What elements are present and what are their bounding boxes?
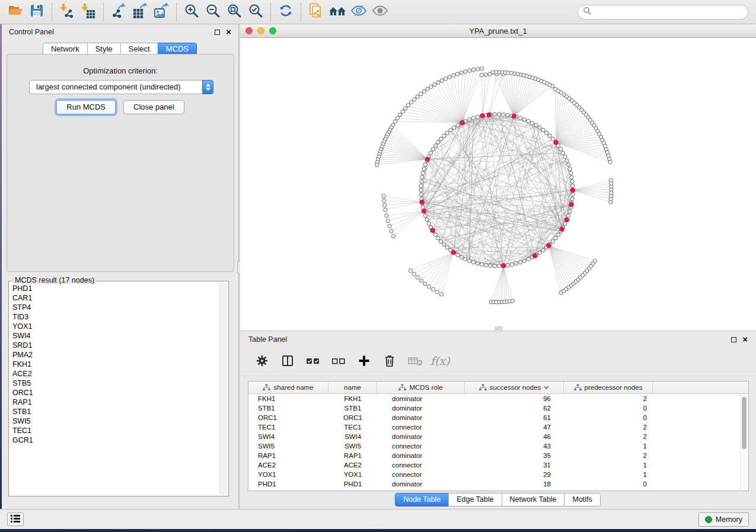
mcds-result-item[interactable]: ACE2	[12, 369, 218, 379]
close-panel-button-mcds[interactable]: Close panel	[123, 100, 184, 114]
search-input[interactable]	[594, 6, 748, 18]
select-all-button[interactable]	[305, 354, 321, 370]
window-close-button[interactable]	[245, 27, 253, 34]
mcds-result-item[interactable]: SWI4	[12, 331, 218, 341]
column-header-mcds-role[interactable]: MCDS role	[377, 382, 465, 393]
close-panel-button[interactable]: ×	[226, 29, 231, 35]
zoom-fit-button[interactable]	[224, 2, 245, 22]
column-header-name[interactable]: name	[328, 382, 377, 393]
mcds-result-item[interactable]: ORC1	[12, 388, 218, 398]
close-table-panel-button[interactable]: ×	[742, 336, 748, 342]
optimization-criterion-select[interactable]: largest connected component (undirected)	[29, 80, 213, 94]
zoom-out-button[interactable]	[202, 2, 224, 22]
mcds-result-item[interactable]: CAR1	[12, 293, 218, 303]
zoom-selected-button[interactable]	[245, 2, 266, 22]
float-icon	[731, 337, 736, 342]
table-row[interactable]: YOX1 YOX1 connector 29 1	[248, 470, 748, 479]
export-network-button[interactable]	[108, 2, 129, 22]
mcds-result-item[interactable]: PHD1	[12, 284, 218, 293]
table-row[interactable]: FKH1 FKH1 dominator 96 2	[248, 394, 748, 403]
eye-slash-icon	[350, 4, 367, 20]
clone-network-button[interactable]	[305, 2, 327, 22]
network-canvas[interactable]	[240, 38, 756, 331]
mcds-list-scrollbar[interactable]	[219, 283, 227, 495]
import-table-icon	[81, 3, 96, 21]
task-history-button[interactable]	[7, 512, 24, 526]
table-row[interactable]: TEC1 TEC1 connector 47 2	[248, 422, 748, 432]
mcds-result-item[interactable]: SWI5	[12, 416, 218, 426]
deselect-all-button[interactable]	[331, 354, 346, 370]
control-panel: Control Panel × NetworkStyleSelectMCDS O…	[2, 24, 239, 509]
list-icon	[11, 514, 20, 525]
table-scrollbar[interactable]	[740, 395, 748, 490]
table-row[interactable]: SWI5 SWI5 connector 43 1	[248, 441, 748, 451]
column-header-successor-nodes[interactable]: successor nodes	[465, 382, 564, 393]
memory-button[interactable]: Memory	[698, 512, 749, 527]
export-image-button[interactable]	[151, 2, 172, 22]
table-tab[interactable]: Edge Table	[448, 493, 502, 507]
mcds-result-item[interactable]: STP4	[12, 303, 218, 312]
table-row[interactable]: STB1 STB1 dominator 62 0	[248, 403, 748, 413]
optimization-criterion-label: Optimization criterion:	[7, 66, 234, 75]
import-network-icon	[59, 3, 75, 21]
eye-icon	[372, 4, 388, 20]
memory-label: Memory	[716, 515, 742, 524]
toolbar-separator	[301, 3, 301, 21]
column-header-predecessor-nodes[interactable]: predecessor nodes	[564, 382, 653, 393]
table-tab[interactable]: Node Table	[395, 493, 449, 507]
mcds-result-item[interactable]: YOX1	[12, 322, 218, 331]
save-session-button[interactable]	[26, 2, 47, 22]
refresh-view-button[interactable]	[275, 2, 296, 22]
run-mcds-button[interactable]: Run MCDS	[56, 100, 116, 114]
mcds-result-item[interactable]: GCR1	[12, 435, 218, 445]
float-panel-button[interactable]	[215, 27, 220, 37]
table-panel-header: Table Panel ×	[240, 331, 756, 348]
table-row[interactable]: ACE2 ACE2 connector 31 1	[248, 460, 748, 470]
home-button[interactable]	[327, 2, 348, 22]
mcds-result-item[interactable]: SRD1	[12, 341, 218, 350]
function-builder-button[interactable]: f(x)	[433, 354, 448, 370]
toolbar-separator	[176, 3, 177, 21]
toolbar-separator	[270, 3, 271, 21]
mcds-result-item[interactable]: TEC1	[12, 426, 218, 435]
mcds-result-item[interactable]: RAP1	[12, 398, 218, 407]
add-column-button[interactable]	[356, 354, 372, 370]
import-network-button[interactable]	[56, 2, 78, 22]
trash-icon	[384, 354, 395, 370]
table-row[interactable]: RAP1 RAP1 dominator 35 2	[248, 451, 748, 460]
mcds-result-item[interactable]: STB1	[12, 407, 218, 416]
float-table-panel-button[interactable]	[731, 334, 736, 345]
table-tab[interactable]: Network Table	[502, 493, 565, 507]
mcds-result-item[interactable]: PMA2	[12, 350, 218, 360]
mcds-result-box: MCDS result (17 nodes) PHD1CAR1STP4TID3Y…	[8, 281, 229, 496]
table-row[interactable]: ORC1 ORC1 dominator 61 0	[248, 413, 748, 422]
table-row[interactable]: PHD1 PHD1 dominator 18 0	[248, 479, 748, 489]
show-all-button[interactable]	[369, 2, 391, 22]
toggle-columns-button[interactable]	[280, 354, 295, 370]
table-scrollbar-thumb[interactable]	[742, 397, 747, 449]
window-maximize-button[interactable]	[269, 27, 276, 34]
column-header-filler	[653, 382, 748, 393]
export-table-button[interactable]	[129, 2, 151, 22]
mcds-result-item[interactable]: STB5	[12, 379, 218, 388]
criterion-selected-value: largest connected component (undirected)	[36, 82, 181, 91]
open-file-button[interactable]	[5, 2, 26, 22]
mcds-result-item[interactable]: TID3	[12, 312, 218, 322]
memory-status-icon	[705, 516, 712, 523]
export-table-icon	[132, 3, 148, 21]
import-table-button[interactable]	[78, 2, 99, 22]
network-window-title: YPA_prune.txt_1	[240, 27, 756, 36]
zoom-in-button[interactable]	[181, 2, 202, 22]
mcds-result-item[interactable]: FKH1	[12, 360, 218, 369]
column-header-shared-name[interactable]: shared name	[248, 382, 328, 393]
window-minimize-button[interactable]	[257, 27, 264, 34]
table-settings-button[interactable]	[254, 354, 270, 370]
table-row[interactable]: SWI4 SWI4 dominator 46 2	[248, 432, 748, 441]
delete-table-button[interactable]	[407, 354, 423, 370]
hide-selected-button[interactable]	[348, 2, 369, 22]
delete-column-button[interactable]	[382, 354, 397, 370]
network-window-titlebar[interactable]: YPA_prune.txt_1	[240, 24, 756, 38]
table-toolbar: f(x)	[240, 348, 756, 376]
horizontal-splitter-handle[interactable]	[495, 326, 502, 330]
table-tab[interactable]: Motifs	[564, 493, 600, 507]
